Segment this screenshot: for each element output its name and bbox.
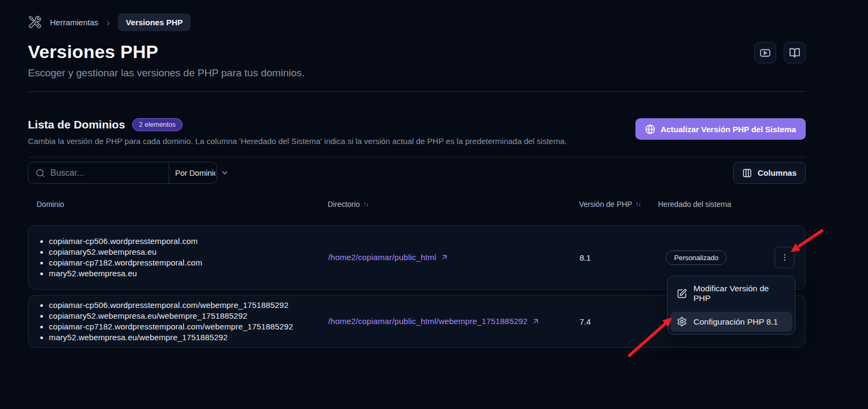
breadcrumb-item-herramientas[interactable]: Herramientas: [50, 18, 98, 27]
update-system-php-label: Actualizar Versión PHP del Sistema: [661, 125, 796, 134]
directory-link[interactable]: /home2/copiamar/public_html: [328, 253, 449, 262]
column-header-directorio[interactable]: Directorio ↑↓: [328, 200, 579, 209]
section-header: Lista de Dominios 2 elementos Cambia la …: [28, 118, 806, 147]
domain-item: copiamar-cp7182.wordpresstemporal.com/we…: [49, 321, 328, 332]
sort-icon: ↑↓: [363, 200, 368, 208]
search-icon: [35, 168, 45, 178]
update-system-php-button[interactable]: Actualizar Versión PHP del Sistema: [635, 118, 806, 140]
domain-list: copiamar-cp506.wordpresstemporal.com cop…: [37, 236, 328, 279]
header-actions: [754, 42, 806, 63]
domain-item: copiamary52.webempresa.eu: [49, 247, 328, 257]
domain-item: copiamar-cp506.wordpresstemporal.com/web…: [49, 300, 328, 311]
row-actions-context-menu: Modificar Versión de PHP Configuración P…: [667, 276, 795, 335]
search-filter-value: Por Dominio: [175, 169, 215, 177]
count-badge: 2 elementos: [132, 118, 183, 131]
section-divider: [28, 157, 806, 157]
chevron-down-icon: [220, 168, 229, 177]
columns-button[interactable]: Columnas: [733, 162, 806, 184]
breadcrumb: Herramientas › Versiones PHP: [28, 12, 806, 32]
book-icon: [789, 47, 800, 59]
domain-item: mary52.webempresa.eu/webempre_1751885292: [49, 332, 328, 343]
breadcrumb-current[interactable]: Versiones PHP: [118, 13, 191, 31]
search-box: [28, 162, 169, 183]
column-header-dominio: Dominio: [37, 200, 328, 209]
search-combo: Por Dominio: [28, 162, 217, 184]
search-input[interactable]: [50, 168, 162, 178]
directory-link[interactable]: /home2/copiamar/public_html/webempre_175…: [328, 317, 540, 326]
globe-icon: [645, 124, 655, 134]
sort-icon: ↑↓: [635, 200, 641, 208]
gear-icon: [677, 317, 687, 327]
external-link-icon: [532, 317, 540, 325]
php-version-value: 7.4: [580, 317, 659, 326]
breadcrumb-separator: ›: [106, 17, 110, 27]
page-subtitle: Escoger y gestionar las versiones de PHP…: [28, 66, 806, 80]
menu-item-modificar-version-php[interactable]: Modificar Versión de PHP: [670, 279, 792, 308]
column-header-heredado: Heredado del sistema: [658, 200, 763, 209]
table-toolbar: Por Dominio Columnas: [28, 162, 806, 184]
tools-icon: [28, 15, 42, 29]
domain-item: copiamary52.webempresa.eu/webempre_17518…: [49, 311, 328, 321]
php-version-value: 8.1: [580, 253, 659, 262]
edit-icon: [677, 289, 687, 299]
menu-item-configuracion-php[interactable]: Configuración PHP 8.1: [670, 312, 792, 332]
video-tutorial-button[interactable]: [754, 42, 776, 63]
row-actions-menu-button[interactable]: [775, 247, 794, 268]
page-title: Versiones PHP: [28, 41, 806, 62]
domain-list: copiamar-cp506.wordpresstemporal.com/web…: [37, 300, 328, 343]
external-link-icon: [440, 253, 449, 261]
domain-item: copiamar-cp7182.wordpresstemporal.com: [49, 257, 328, 268]
section-description: Cambia la versión de PHP para cada domin…: [28, 136, 567, 147]
columns-button-label: Columnas: [757, 168, 797, 177]
dots-vertical-icon: [780, 253, 790, 262]
menu-separator: [671, 310, 791, 310]
domain-item: mary52.webempresa.eu: [49, 268, 328, 279]
column-header-version-php[interactable]: Versión de PHP ↑↓: [579, 200, 658, 209]
inherited-status-badge: Personalizado: [666, 250, 727, 265]
video-icon: [760, 47, 771, 59]
documentation-button[interactable]: [784, 42, 806, 63]
table-header-row: Dominio Directorio ↑↓ Versión de PHP ↑↓ …: [28, 200, 806, 209]
search-filter-select[interactable]: Por Dominio: [169, 162, 235, 183]
section-title: Lista de Dominios: [28, 118, 125, 131]
domain-item: copiamar-cp506.wordpresstemporal.com: [49, 236, 328, 247]
header-divider: [28, 91, 806, 92]
columns-icon: [742, 168, 752, 178]
